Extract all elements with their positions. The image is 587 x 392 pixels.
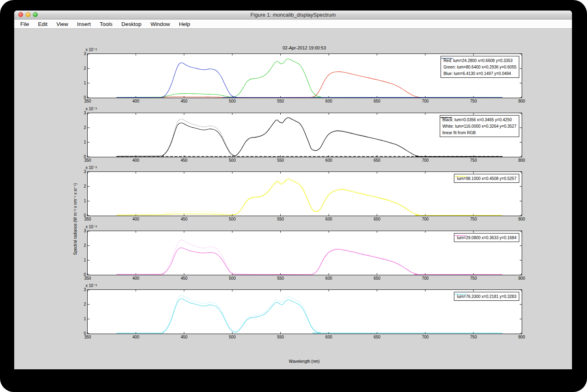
legend-line-sample <box>454 292 467 296</box>
y-exponent-label: x 10⁻³ <box>86 47 97 52</box>
x-tick-label: 750 <box>467 335 480 339</box>
x-tick-label: 800 <box>515 335 529 339</box>
x-tick-label: 650 <box>370 158 384 163</box>
window-title: Figure 1: moncalib_displaySpectrum <box>14 11 572 19</box>
legend-label: White: lum=116.0000 x=0.3264 y=0.3527 <box>443 124 516 129</box>
legend: Black: lum=0.0356 x=0.3465 y=0.4250White… <box>440 115 519 137</box>
menu-item-help[interactable]: Help <box>174 21 195 27</box>
menu-item-file[interactable]: File <box>16 21 34 27</box>
menu-item-window[interactable]: Window <box>146 21 174 27</box>
legend-label: Blue: lum=6.4130 x=0.1497 y=0.0494 <box>443 71 511 76</box>
x-tick-label: 400 <box>129 217 143 221</box>
x-tick-label: 600 <box>322 99 335 103</box>
series-cyan-linear-fit <box>116 296 502 333</box>
legend-row: lum=29.0800 x=0.3633 y=0.1684 <box>457 234 516 241</box>
y-exponent-label: x 10⁻³ <box>86 225 97 229</box>
x-tick-label: 800 <box>515 276 529 281</box>
y-tick-label: 1 <box>76 199 86 203</box>
figure-window: Figure 1: moncalib_displaySpectrum FileE… <box>14 11 572 369</box>
menu-bar: FileEditViewInsertToolsDesktopWindowHelp <box>14 19 572 29</box>
plot-area-4: 3504004505005506006507007508000123x 10⁻³… <box>87 231 522 275</box>
y-tick-label: 1 <box>76 317 86 321</box>
x-tick-label: 700 <box>418 335 432 339</box>
y-tick-label: 1 <box>76 258 86 262</box>
y-tick-label: 2 <box>76 302 86 306</box>
y-tick-label: 0 <box>76 272 86 277</box>
x-tick-label: 500 <box>226 158 239 163</box>
title-bar[interactable]: Figure 1: moncalib_displaySpectrum <box>14 11 572 19</box>
plot-area-2: 3504004505005506006507007508000123x 10⁻³… <box>87 113 522 157</box>
series-magenta-linear-fit <box>116 240 502 274</box>
legend-label: linear fit from RGB <box>443 131 476 135</box>
menu-item-edit[interactable]: Edit <box>34 21 52 27</box>
x-tick-label: 400 <box>129 335 143 339</box>
menu-item-view[interactable]: View <box>52 21 73 27</box>
x-tick-label: 650 <box>370 217 384 221</box>
x-tick-label: 800 <box>515 217 529 221</box>
figure-canvas: 02-Apr-2012 19:00:53 Spectral radiance (… <box>14 29 572 369</box>
plot-area-1: 3504004505005506006507007508000123x 10⁻³… <box>87 54 522 98</box>
y-tick-label: 3 <box>76 111 86 115</box>
menu-item-insert[interactable]: Insert <box>73 21 95 27</box>
legend: lum=98.1000 x=0.4508 y=0.5257 <box>454 174 519 183</box>
x-tick-label: 600 <box>322 335 335 339</box>
y-tick-label: 3 <box>76 169 86 174</box>
figure-title: 02-Apr-2012 19:00:53 <box>87 45 521 50</box>
x-tick-label: 550 <box>274 217 288 221</box>
x-tick-label: 600 <box>322 158 335 163</box>
x-tick-label: 750 <box>467 158 480 163</box>
x-tick-label: 500 <box>226 335 239 339</box>
x-tick-label: 700 <box>418 217 432 221</box>
x-tick-label: 400 <box>129 99 143 103</box>
plot-area-3: 3504004505005506006507007508000123x 10⁻³… <box>87 171 522 216</box>
x-tick-label: 450 <box>177 335 191 339</box>
x-axis-label: Wavelength (nm) <box>87 359 521 364</box>
x-tick-label: 500 <box>226 276 239 281</box>
legend-label: Black: lum=0.0356 x=0.3465 y=0.4250 <box>443 118 512 122</box>
x-tick-label: 600 <box>322 217 335 221</box>
legend: lum=76.3300 x=0.2181 y=0.3283 <box>454 292 519 301</box>
menu-item-desktop[interactable]: Desktop <box>117 21 146 27</box>
legend-row: Red: lum=24.2800 x=0.6608 y=0.3353 <box>443 57 516 64</box>
y-tick-label: 0 <box>76 154 86 159</box>
y-tick-label: 2 <box>76 243 86 248</box>
x-tick-label: 400 <box>129 158 143 163</box>
y-tick-label: 2 <box>76 66 86 71</box>
legend-line-sample <box>440 116 452 120</box>
legend-row: lum=98.1000 x=0.4508 y=0.5257 <box>457 175 516 182</box>
x-tick-label: 650 <box>370 335 384 339</box>
series-yellow-linear-fit <box>116 178 502 215</box>
y-tick-label: 0 <box>76 213 86 218</box>
legend-line-sample <box>454 233 467 238</box>
legend-row: Black: lum=0.0356 x=0.3465 y=0.4250 <box>443 116 516 123</box>
legend: lum=29.0800 x=0.3633 y=0.1684 <box>454 233 519 242</box>
x-tick-label: 550 <box>274 276 288 281</box>
x-tick-label: 550 <box>274 158 288 163</box>
legend: Red: lum=24.2800 x=0.6608 y=0.3353Green:… <box>441 56 519 78</box>
x-tick-label: 450 <box>177 217 191 221</box>
screen: Figure 1: moncalib_displaySpectrum FileE… <box>0 0 587 392</box>
x-tick-label: 600 <box>322 276 335 281</box>
series-yellow-measured <box>116 179 502 215</box>
x-tick-label: 700 <box>418 276 432 281</box>
series-magenta-measured <box>116 248 502 274</box>
x-tick-label: 550 <box>274 99 288 103</box>
x-tick-label: 450 <box>177 276 191 281</box>
x-tick-label: 800 <box>515 158 529 163</box>
x-tick-label: 700 <box>418 99 432 103</box>
series-cyan-measured <box>116 299 502 333</box>
legend-row: lum=76.3300 x=0.2181 y=0.3283 <box>457 293 516 300</box>
y-exponent-label: x 10⁻³ <box>86 165 97 170</box>
x-tick-label: 450 <box>177 99 191 103</box>
y-tick-label: 3 <box>76 287 86 292</box>
x-tick-label: 750 <box>467 99 480 103</box>
x-tick-label: 550 <box>274 335 288 339</box>
menu-item-tools[interactable]: Tools <box>95 21 117 27</box>
x-tick-label: 650 <box>370 99 384 103</box>
y-tick-label: 3 <box>76 229 86 233</box>
legend-row: linear fit from RGB <box>443 129 516 136</box>
x-tick-label: 750 <box>467 217 480 221</box>
y-tick-label: 2 <box>76 184 86 189</box>
x-tick-label: 650 <box>370 276 384 281</box>
y-tick-label: 0 <box>76 331 86 336</box>
